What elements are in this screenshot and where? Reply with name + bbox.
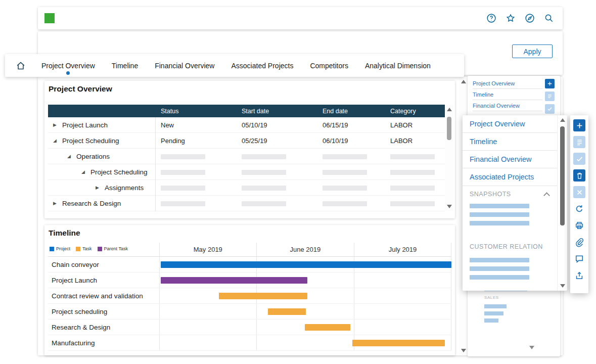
status-cell (156, 184, 237, 192)
tab-competitors[interactable]: Competitors (310, 62, 348, 70)
expand-caret-icon[interactable]: ▶ (96, 185, 101, 190)
tab-label: Associated Projects (231, 62, 293, 70)
placeholder-bar (470, 266, 529, 271)
table-row[interactable]: ▶Project Launch New 05/10/19 06/15/19 LA… (48, 117, 445, 133)
top-app-bar (38, 7, 563, 29)
table-row[interactable]: ◢Project Scheduling (48, 164, 445, 180)
placeholder-bar (470, 221, 529, 225)
end-date-cell: 06/10/19 (317, 137, 385, 145)
popup-item-associated-projects[interactable]: Associated Projects (463, 168, 557, 186)
start-date-cell (237, 168, 317, 176)
category-cell (385, 153, 445, 160)
gantt-row: Contract review and validation (48, 288, 451, 304)
end-date-cell (317, 168, 385, 176)
side-panel-mini-toolbar (545, 79, 555, 114)
placeholder-bar (470, 258, 529, 262)
legend-swatch (76, 247, 80, 251)
tab-label: Financial Overview (155, 62, 214, 70)
trash-icon[interactable] (573, 169, 585, 181)
scroll-down-arrow[interactable] (461, 349, 466, 352)
refresh-icon[interactable] (573, 203, 585, 215)
expand-caret-icon[interactable]: ▶ (53, 122, 58, 127)
scroll-up-arrow[interactable] (447, 108, 452, 111)
scroll-down-arrow[interactable] (560, 284, 565, 288)
project-overview-section: Project Overview Status Start date End d… (44, 81, 455, 218)
table-row[interactable]: ◢Project Scheduling Pending 05/25/19 06/… (48, 133, 445, 149)
popup-scrollbar[interactable] (557, 115, 567, 291)
tab-associated-projects[interactable]: Associated Projects (231, 62, 293, 70)
status-cell (156, 168, 237, 176)
compass-icon[interactable] (524, 12, 535, 24)
expand-caret-icon[interactable]: ▶ (53, 201, 58, 206)
check-icon[interactable] (573, 153, 585, 165)
export-icon[interactable] (573, 269, 585, 282)
print-icon[interactable] (573, 219, 585, 232)
gantt-row: Manufacturing (48, 335, 451, 351)
tab-financial-overview[interactable]: Financial Overview (155, 62, 214, 70)
chevron-up-icon[interactable] (543, 192, 550, 199)
table-row[interactable]: ▶Assignments (48, 180, 445, 196)
screen: Apply Project Overview Timeline Financia… (0, 0, 596, 364)
home-icon[interactable] (15, 60, 26, 71)
placeholder-bar (470, 204, 529, 208)
attachment-icon[interactable] (573, 236, 585, 248)
apply-button[interactable]: Apply (512, 44, 553, 58)
task-name: Project Launch (62, 121, 108, 129)
scroll-thumb[interactable] (560, 126, 565, 225)
scroll-down-arrow[interactable] (529, 346, 534, 349)
gantt-row-label: Research & Design (52, 320, 110, 335)
check-icon[interactable] (545, 104, 555, 114)
side-panel-item[interactable]: Financial Overview (473, 100, 542, 111)
status-cell (156, 200, 237, 207)
legend-item-task: Task (76, 246, 92, 251)
scroll-down-arrow[interactable] (447, 205, 452, 208)
form-icon[interactable] (573, 136, 585, 148)
gantt-bar[interactable] (268, 308, 306, 315)
gantt-bar[interactable] (305, 324, 350, 331)
gantt-row: Project scheduling (48, 304, 451, 320)
comment-icon[interactable] (573, 253, 585, 265)
tab-project-overview[interactable]: Project Overview (41, 62, 95, 70)
month-label: May 2019 (159, 243, 257, 256)
scroll-thumb[interactable] (447, 117, 451, 140)
table-scrollbar[interactable] (445, 105, 453, 211)
scroll-up-arrow[interactable] (560, 118, 565, 122)
gantt-row-label: Chain conveyor (52, 257, 99, 272)
popup-item-project-overview[interactable]: Project Overview (463, 115, 557, 133)
tab-timeline[interactable]: Timeline (112, 62, 138, 70)
month-label: June 2019 (257, 243, 354, 256)
end-date-cell (317, 200, 385, 207)
gantt-bar[interactable] (161, 261, 451, 268)
popup-item-financial-overview[interactable]: Financial Overview (463, 151, 557, 168)
close-icon[interactable] (573, 186, 585, 198)
notes-icon[interactable] (545, 92, 555, 101)
side-panel-item[interactable]: Timeline (473, 89, 542, 100)
gantt-bar[interactable] (161, 277, 307, 284)
star-icon[interactable] (505, 12, 516, 24)
category-cell (385, 184, 445, 192)
side-panel-item[interactable]: Project Overview (473, 78, 542, 89)
task-name: Operations (76, 153, 110, 160)
gantt-bar[interactable] (219, 293, 307, 299)
app-logo[interactable] (44, 13, 55, 23)
expand-caret-icon[interactable]: ◢ (53, 138, 58, 143)
month-label: July 2019 (354, 243, 451, 256)
expand-caret-icon[interactable]: ◢ (67, 154, 72, 159)
add-icon[interactable] (573, 119, 585, 131)
expand-caret-icon[interactable]: ◢ (81, 169, 86, 174)
end-date-cell: 06/15/19 (317, 121, 385, 129)
placeholder-bar (484, 304, 507, 308)
gantt-row-label: Contract review and validation (52, 288, 143, 304)
search-icon[interactable] (543, 12, 555, 24)
table-row[interactable]: ◢Operations (48, 149, 445, 164)
table-body: ▶Project Launch New 05/10/19 06/15/19 LA… (48, 117, 445, 211)
popup-item-timeline[interactable]: Timeline (463, 133, 557, 151)
scroll-up-arrow[interactable] (461, 80, 466, 83)
help-icon[interactable] (485, 12, 497, 24)
gantt-bar[interactable] (352, 340, 445, 346)
placeholder-bar (470, 212, 529, 217)
task-name: Project Scheduling (90, 168, 148, 176)
table-row[interactable]: ▶Research & Design (48, 196, 445, 211)
add-icon[interactable] (545, 79, 555, 88)
tab-analytical-dimension[interactable]: Analytical Dimension (365, 62, 431, 70)
